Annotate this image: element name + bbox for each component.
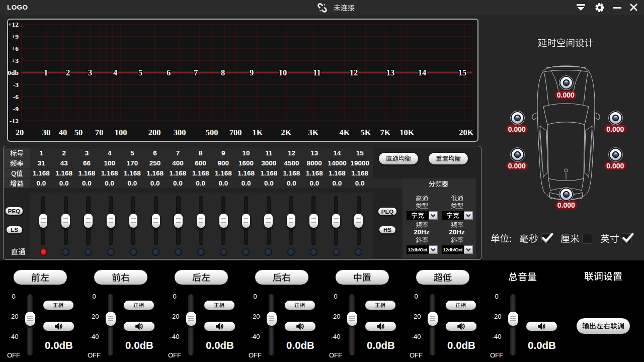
svg-text:+9: +9 [12, 33, 19, 40]
svg-text:14: 14 [418, 68, 427, 77]
svg-text:5K: 5K [360, 128, 371, 137]
svg-text:1: 1 [44, 68, 48, 77]
svg-text:1K: 1K [252, 128, 263, 137]
svg-text:3K: 3K [308, 128, 318, 137]
svg-text:30: 30 [42, 128, 51, 137]
svg-text:4K: 4K [339, 128, 350, 137]
svg-text:3: 3 [88, 68, 92, 77]
svg-text:40: 40 [59, 128, 67, 137]
svg-text:-3: -3 [13, 81, 19, 88]
svg-text:13: 13 [386, 68, 395, 77]
svg-text:-6: -6 [13, 93, 19, 101]
svg-text:10: 10 [279, 68, 287, 77]
svg-text:10K: 10K [399, 128, 415, 137]
svg-text:9: 9 [250, 68, 254, 77]
svg-text:500: 500 [206, 128, 218, 137]
svg-text:200: 200 [148, 128, 161, 137]
svg-text:7: 7 [194, 68, 198, 77]
svg-text:15: 15 [458, 68, 467, 77]
svg-text:2: 2 [66, 68, 70, 77]
svg-text:2K: 2K [281, 128, 291, 137]
svg-text:100: 100 [115, 128, 127, 137]
svg-text:700: 700 [229, 128, 242, 137]
svg-text:20: 20 [16, 128, 24, 137]
svg-text:7K: 7K [380, 128, 390, 137]
svg-text:5: 5 [138, 68, 142, 77]
svg-text:-9: -9 [13, 105, 19, 113]
svg-text:12: 12 [350, 68, 358, 77]
svg-text:4: 4 [113, 68, 117, 77]
svg-text:8: 8 [221, 68, 225, 77]
svg-text:-12: -12 [10, 117, 19, 125]
svg-text:11: 11 [313, 68, 321, 77]
svg-text:50: 50 [74, 128, 83, 137]
svg-text:6: 6 [167, 68, 171, 77]
svg-text:70: 70 [95, 128, 104, 137]
svg-text:+12: +12 [8, 21, 19, 28]
svg-text:20K: 20K [459, 128, 474, 137]
svg-text:0db: 0db [8, 69, 19, 76]
svg-text:+6: +6 [12, 45, 19, 52]
svg-text:+3: +3 [12, 57, 19, 64]
svg-text:300: 300 [174, 128, 186, 137]
